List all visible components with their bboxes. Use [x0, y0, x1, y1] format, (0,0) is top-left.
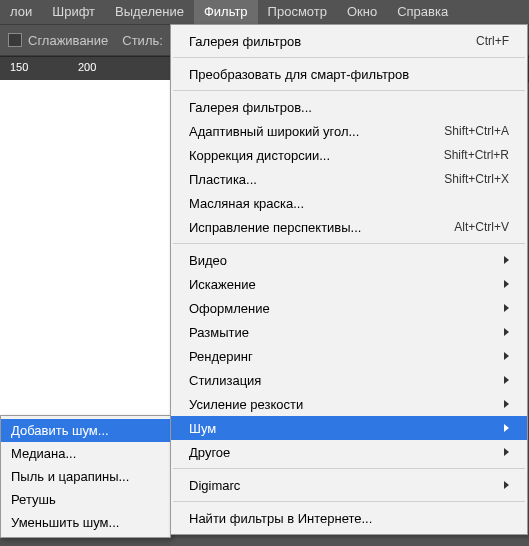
filter-dropdown: Галерея фильтров Ctrl+F Преобразовать дл… [170, 24, 528, 535]
filter-vanishing-point-label: Исправление перспективы... [189, 220, 444, 235]
submenu-arrow-icon [504, 328, 509, 336]
separator [173, 243, 525, 244]
filter-noise-label: Шум [189, 421, 504, 436]
submenu-arrow-icon [504, 352, 509, 360]
menu-window[interactable]: Окно [337, 0, 387, 24]
filter-digimarc[interactable]: Digimarc [171, 473, 527, 497]
menu-layers[interactable]: лои [0, 0, 42, 24]
submenu-arrow-icon [504, 481, 509, 489]
filter-video[interactable]: Видео [171, 248, 527, 272]
submenu-median[interactable]: Медиана... [1, 442, 170, 465]
filter-last-gallery-shortcut: Ctrl+F [476, 34, 509, 48]
ruler-tick-150: 150 [10, 61, 28, 73]
submenu-arrow-icon [504, 448, 509, 456]
filter-gallery[interactable]: Галерея фильтров... [171, 95, 527, 119]
filter-lens-correction[interactable]: Коррекция дисторсии... Shift+Ctrl+R [171, 143, 527, 167]
filter-adaptive-wide-label: Адаптивный широкий угол... [189, 124, 434, 139]
noise-submenu: Добавить шум... Медиана... Пыль и царапи… [0, 415, 171, 538]
menu-font[interactable]: Шрифт [42, 0, 105, 24]
submenu-arrow-icon [504, 280, 509, 288]
filter-oil-paint[interactable]: Масляная краска... [171, 191, 527, 215]
filter-sharpen-label: Усиление резкости [189, 397, 504, 412]
filter-pixelate-label: Оформление [189, 301, 504, 316]
filter-digimarc-label: Digimarc [189, 478, 504, 493]
filter-liquify[interactable]: Пластика... Shift+Ctrl+X [171, 167, 527, 191]
menu-view[interactable]: Просмотр [258, 0, 337, 24]
filter-adaptive-wide-shortcut: Shift+Ctrl+A [444, 124, 509, 138]
antialias-label: Сглаживание [28, 33, 108, 48]
menu-help[interactable]: Справка [387, 0, 458, 24]
menu-select[interactable]: Выделение [105, 0, 194, 24]
separator [173, 57, 525, 58]
filter-other[interactable]: Другое [171, 440, 527, 464]
submenu-despeckle[interactable]: Ретушь [1, 488, 170, 511]
separator [173, 468, 525, 469]
antialias-checkbox[interactable] [8, 33, 22, 47]
filter-liquify-shortcut: Shift+Ctrl+X [444, 172, 509, 186]
filter-gallery-label: Галерея фильтров... [189, 100, 509, 115]
filter-video-label: Видео [189, 253, 504, 268]
submenu-dust-scratches[interactable]: Пыль и царапины... [1, 465, 170, 488]
filter-noise[interactable]: Шум [171, 416, 527, 440]
filter-lens-correction-label: Коррекция дисторсии... [189, 148, 434, 163]
filter-blur[interactable]: Размытие [171, 320, 527, 344]
menu-filter[interactable]: Фильтр [194, 0, 258, 24]
menubar: лои Шрифт Выделение Фильтр Просмотр Окно… [0, 0, 529, 25]
filter-last-gallery-label: Галерея фильтров [189, 34, 466, 49]
filter-liquify-label: Пластика... [189, 172, 434, 187]
filter-convert-smart-label: Преобразовать для смарт-фильтров [189, 67, 509, 82]
separator [173, 501, 525, 502]
filter-render[interactable]: Рендеринг [171, 344, 527, 368]
style-label: Стиль: [122, 33, 163, 48]
submenu-add-noise[interactable]: Добавить шум... [1, 419, 170, 442]
filter-sharpen[interactable]: Усиление резкости [171, 392, 527, 416]
filter-blur-label: Размытие [189, 325, 504, 340]
filter-browse-online-label: Найти фильтры в Интернете... [189, 511, 509, 526]
filter-oil-paint-label: Масляная краска... [189, 196, 509, 211]
canvas-bottom-edge [0, 538, 170, 546]
filter-vanishing-point-shortcut: Alt+Ctrl+V [454, 220, 509, 234]
filter-pixelate[interactable]: Оформление [171, 296, 527, 320]
filter-lens-correction-shortcut: Shift+Ctrl+R [444, 148, 509, 162]
filter-convert-smart[interactable]: Преобразовать для смарт-фильтров [171, 62, 527, 86]
filter-render-label: Рендеринг [189, 349, 504, 364]
filter-stylize[interactable]: Стилизация [171, 368, 527, 392]
filter-other-label: Другое [189, 445, 504, 460]
submenu-reduce-noise[interactable]: Уменьшить шум... [1, 511, 170, 534]
filter-browse-online[interactable]: Найти фильтры в Интернете... [171, 506, 527, 530]
filter-adaptive-wide[interactable]: Адаптивный широкий угол... Shift+Ctrl+A [171, 119, 527, 143]
filter-vanishing-point[interactable]: Исправление перспективы... Alt+Ctrl+V [171, 215, 527, 239]
filter-distort-label: Искажение [189, 277, 504, 292]
submenu-arrow-icon [504, 304, 509, 312]
submenu-arrow-icon [504, 256, 509, 264]
filter-last-gallery[interactable]: Галерея фильтров Ctrl+F [171, 29, 527, 53]
submenu-arrow-icon [504, 400, 509, 408]
separator [173, 90, 525, 91]
filter-stylize-label: Стилизация [189, 373, 504, 388]
filter-distort[interactable]: Искажение [171, 272, 527, 296]
ruler-tick-200: 200 [78, 61, 96, 73]
submenu-arrow-icon [504, 376, 509, 384]
submenu-arrow-icon [504, 424, 509, 432]
